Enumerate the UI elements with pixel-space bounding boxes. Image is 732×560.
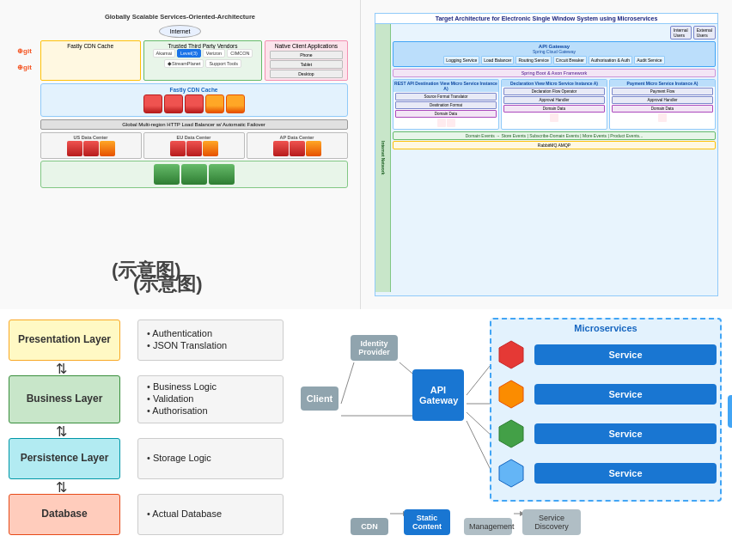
microservices-section: Microservices Service bbox=[490, 318, 722, 502]
framework-bar: Spring Boot & Axon Framework bbox=[393, 69, 716, 77]
ms-item-9: Domain Data bbox=[612, 105, 713, 113]
presentation-layer-label: Presentation Layer bbox=[9, 320, 120, 361]
ms-item-5: Approval Handler bbox=[503, 96, 605, 104]
internet-section: Internet bbox=[13, 25, 348, 38]
arrow-per-db: ⇅ bbox=[9, 481, 284, 495]
svg-marker-11 bbox=[499, 380, 523, 408]
ms-item-1: Source Format Translator bbox=[395, 93, 497, 100]
logo-verizon: Verizon bbox=[203, 49, 225, 58]
bottom-section: Presentation Layer Authentication JSON T… bbox=[0, 309, 732, 560]
logo-support: Support Tools bbox=[205, 59, 241, 68]
ms-box-3: Payment Micro Service Instance A) Paymen… bbox=[609, 79, 716, 130]
ms-box-1-title: REST API Destination View Micro Service … bbox=[393, 80, 498, 92]
logo-akamai: Akamai bbox=[153, 49, 175, 58]
right-diagram-main: InternalUsers ExternalUsers API Gateway … bbox=[391, 24, 717, 292]
dc3-db1 bbox=[273, 141, 289, 156]
database-layer-bullets: Actual Database bbox=[147, 508, 274, 520]
service-box-2: Service bbox=[534, 384, 717, 405]
native-app-3: Desktop bbox=[270, 70, 342, 78]
cdn-bottom-box: CDN bbox=[351, 518, 388, 535]
service-1-hex bbox=[495, 338, 528, 371]
ampq-row: RabbitMQ AMQP bbox=[393, 141, 716, 149]
persistence-layer-row: Persistence Layer Storage Logic bbox=[9, 438, 284, 479]
git-icon-bottom: ⊕git bbox=[17, 64, 32, 71]
dc1-db3 bbox=[100, 141, 115, 156]
gw-svc-audit: Audit Service bbox=[634, 56, 664, 64]
database-bullet-1: Actual Database bbox=[147, 508, 274, 519]
ms-db-1 bbox=[437, 119, 446, 127]
device-external: ExternalUsers bbox=[693, 26, 716, 40]
db-2 bbox=[164, 94, 183, 113]
load-balancer: Global Multi-region HTTP Load Balancer w… bbox=[40, 119, 348, 130]
persistence-layer-content: Storage Logic bbox=[137, 438, 284, 479]
service-row-1: Service bbox=[495, 338, 717, 371]
ms-box-1-inner: Source Format Translator Destination For… bbox=[395, 93, 497, 127]
gateway-subtitle: Spring Cloud Gateway bbox=[396, 49, 712, 54]
business-layer-content: Business Logic Validation Authorisation bbox=[137, 375, 284, 423]
dc2-db3 bbox=[203, 141, 218, 156]
ms-db-4 bbox=[658, 113, 667, 122]
database-layer-row: Database Actual Database bbox=[9, 494, 284, 535]
gw-svc-lb: Load Balancer bbox=[481, 56, 514, 64]
svg-line-1 bbox=[341, 362, 354, 404]
layer-diagram: Presentation Layer Authentication JSON T… bbox=[0, 309, 292, 560]
arrow-pres-bus: ⇅ bbox=[9, 362, 284, 376]
service-row-3: Service bbox=[495, 417, 717, 450]
third-party-logos: Akamai Level(3) Verizon CIMCON ◆StreamPl… bbox=[149, 49, 257, 68]
ms-db-2 bbox=[447, 119, 455, 127]
logo-stream: ◆StreamPlanet bbox=[164, 59, 204, 68]
persistence-db-arrow bbox=[120, 438, 137, 479]
service-3-hex bbox=[495, 417, 528, 450]
db-end-arrow bbox=[120, 494, 137, 535]
business-layer-row: Business Layer Business Logic Validation… bbox=[9, 375, 284, 423]
ms-item-6: Domain Data bbox=[503, 105, 605, 113]
microservices-diagram: Client Identity Provider API Gateway Mic… bbox=[292, 309, 732, 560]
ms-box-2-title: Declaration View Micro Service Instance … bbox=[502, 80, 607, 87]
ms-diagram-container: Client Identity Provider API Gateway Mic… bbox=[301, 318, 722, 548]
database-layer-label: Database bbox=[9, 494, 120, 535]
ms-box-1: REST API Destination View Micro Service … bbox=[393, 79, 499, 130]
left-architecture-diagram: Globally Scalable Services-Oriented-Arch… bbox=[13, 13, 348, 296]
git-icon-top: ⊕git bbox=[17, 47, 32, 55]
right-diagram-container: Target Architecture for Electronic Singl… bbox=[361, 0, 732, 309]
gw-svc-routing: Routing Service bbox=[515, 56, 551, 64]
global-db-1 bbox=[154, 164, 180, 185]
ms-box-3-title: Payment Micro Service Instance A) bbox=[610, 80, 715, 87]
api-gateway-box: API Gateway bbox=[412, 369, 464, 421]
ms-item-7: Payment Flow bbox=[612, 88, 713, 95]
cdn-box-3: Native Client Applications Phone Tablet … bbox=[265, 40, 347, 81]
service-box-4: Service bbox=[534, 463, 717, 484]
persistence-layer-label: Persistence Layer bbox=[9, 438, 120, 479]
presentation-bullet-2: JSON Translation bbox=[147, 340, 274, 350]
ms-box-2-inner: Declaration Flow Operator Approval Handl… bbox=[503, 88, 605, 122]
db-group bbox=[44, 94, 345, 113]
service-4-hex bbox=[495, 457, 528, 490]
right-diagram-title: Target Architecture for Electronic Singl… bbox=[375, 14, 717, 24]
business-layer-bullets: Business Logic Validation Authorisation bbox=[147, 381, 274, 417]
gw-svc-circuit: Circuit Breaker bbox=[553, 56, 587, 64]
db-3 bbox=[185, 94, 204, 113]
persistence-bullet-1: Storage Logic bbox=[147, 453, 274, 463]
business-bullet-3: Authorisation bbox=[147, 405, 274, 416]
presentation-layer-row: Presentation Layer Authentication JSON T… bbox=[9, 320, 284, 361]
cdn2-label: Trusted Third Party Vendors bbox=[149, 43, 257, 49]
left-diagram-title: Globally Scalable Services-Oriented-Arch… bbox=[13, 13, 348, 21]
devices-row: InternalUsers ExternalUsers bbox=[393, 26, 716, 40]
native-app-1: Phone bbox=[270, 51, 342, 59]
gw-svc-auth: Authorisation & Auth bbox=[589, 56, 632, 64]
global-db-2 bbox=[181, 164, 207, 185]
business-bullet-2: Validation bbox=[147, 393, 274, 404]
database-layer-content: Actual Database bbox=[137, 494, 284, 535]
global-db-3 bbox=[209, 164, 235, 185]
dc3-db2 bbox=[290, 141, 305, 156]
gw-svc-logging: Logging Service bbox=[443, 56, 479, 64]
top-section: Globally Scalable Services-Oriented-Arch… bbox=[0, 0, 732, 309]
datacenter-3: AP Data Center bbox=[247, 132, 348, 159]
ms-box-2: Declaration View Micro Service Instance … bbox=[501, 79, 607, 130]
dc1-db1 bbox=[67, 141, 82, 156]
svg-marker-12 bbox=[499, 420, 523, 447]
presentation-bullet-1: Authentication bbox=[147, 328, 274, 338]
shimoji-label: (示意图) bbox=[112, 258, 181, 283]
service-row-4: Service bbox=[495, 457, 717, 490]
svg-marker-13 bbox=[499, 460, 523, 487]
